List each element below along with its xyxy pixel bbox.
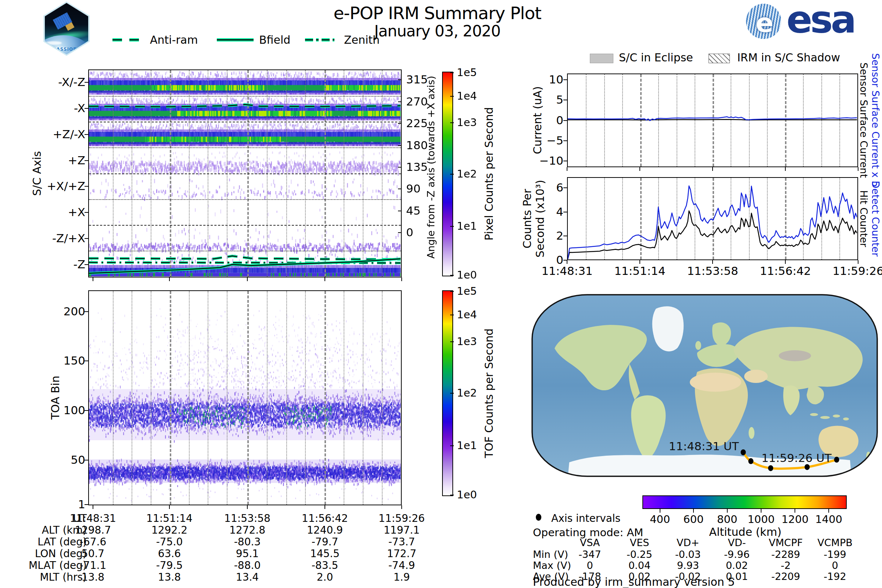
ephemeris-value: 50.7 [52, 548, 134, 560]
irm-shadow-swatch [708, 54, 730, 63]
anti-ram-line-core [112, 39, 144, 40]
minor-gridline [113, 291, 114, 505]
voltage-value: -2 [760, 560, 812, 571]
angle-tick-label: 45 [406, 205, 420, 216]
colorbar-tick [450, 495, 454, 495]
ephemeris-value: -80.3 [207, 537, 288, 548]
minor-gridline [227, 291, 228, 505]
colorbar-tick [450, 96, 454, 97]
colorbar-tick-label: 1e5 [457, 285, 477, 297]
anti-ram-line-swatch [112, 38, 144, 42]
voltage-column-header: VD+ [662, 537, 714, 548]
y-tick [84, 264, 88, 265]
colorbar-tick [450, 226, 454, 227]
minor-gridline [208, 291, 208, 505]
x-tick [712, 167, 713, 171]
y-tick [563, 80, 567, 80]
time-tick-label: 11:48:31 [526, 266, 608, 277]
axis-interval-dot [748, 458, 753, 464]
altitude-tick [660, 509, 660, 513]
colorbar-tick-label: 1e4 [457, 90, 477, 102]
ephemeris-value: 1272.8 [207, 525, 288, 536]
y-tick [563, 100, 567, 100]
x-tick [567, 260, 567, 264]
ephemeris-value: 145.5 [285, 548, 365, 560]
time-tick-label: 11:53:58 [672, 266, 753, 277]
esa-wordmark: esa [786, 0, 854, 42]
voltage-column-header: VES [614, 537, 665, 548]
minor-gridline [286, 291, 287, 505]
row-separator [89, 122, 401, 122]
ephemeris-value: 13.8 [129, 572, 210, 583]
colorbar-tick [450, 291, 454, 292]
voltage-value: -9.96 [711, 549, 763, 560]
colorbar-tick-label: 1e1 [457, 220, 477, 232]
y-tick-label: 5 [526, 94, 563, 105]
ephemeris-value: -75.0 [129, 537, 210, 548]
legend-anti-ram-label: Anti-ram [150, 34, 198, 46]
colorbar-tick-label: 1e0 [457, 489, 477, 501]
ephemeris-value: 1.9 [361, 572, 442, 583]
voltage-value: -199 [809, 549, 861, 560]
y-tick [398, 145, 402, 146]
colorbar-tick [450, 315, 454, 315]
counts-plot [567, 177, 858, 260]
ephemeris-value: 95.1 [207, 548, 288, 560]
voltage-column-header: VSA [564, 537, 616, 548]
y-tick [398, 123, 402, 124]
voltage-value: -192 [809, 571, 861, 582]
y-tick [84, 238, 88, 239]
tof-counts-colorbar-label: TOF Counts per Second [483, 328, 495, 458]
y-tick [84, 212, 88, 213]
colorbar-tick [450, 174, 454, 175]
esa-globe-e: e [756, 8, 774, 38]
row-separator [89, 250, 401, 251]
y-tick [398, 189, 402, 189]
minor-gridline [344, 291, 344, 505]
voltage-value: -347 [564, 549, 616, 560]
track-end-time-label: 11:59:26 UT [762, 451, 832, 465]
row-separator [89, 96, 401, 97]
x-tick [785, 260, 786, 264]
ephemeris-value: -73.7 [361, 537, 442, 548]
toa-tick-label: 1 [44, 499, 85, 510]
y-tick [84, 186, 88, 187]
ephemeris-value: 172.7 [361, 548, 442, 560]
axis-interval-dot [768, 465, 773, 471]
angle-tick-label: 270 [406, 96, 428, 107]
x-tick [401, 506, 402, 509]
epop-irm-summary-page: CASSIOPE e-POP IRM Summary Plot January … [0, 0, 882, 588]
y-tick [84, 108, 88, 109]
row-separator [89, 225, 401, 226]
voltage-value: -2289 [760, 549, 812, 560]
bfield-line-core [217, 39, 254, 40]
ephemeris-value: 2.0 [285, 572, 365, 583]
toa-tick-label: 50 [44, 454, 85, 466]
ephemeris-value: 1197.1 [361, 525, 442, 536]
angle-axis-label: Angle from -Z axis (towards +X axis) [425, 76, 436, 258]
voltage-value: -2209 [760, 571, 812, 582]
y-tick [84, 82, 88, 82]
angle-tick-label: 135 [406, 161, 428, 173]
axis-interval-dot [804, 464, 810, 470]
altitude-tick [761, 509, 762, 513]
x-tick [712, 260, 713, 264]
detect-counter-label: Detect Counter [870, 181, 881, 257]
y-tick [84, 460, 88, 460]
produced-by: Produced by irm_summary version 5 [533, 576, 735, 588]
time-tick-label: 11:59:26 [818, 266, 882, 277]
colorbar-tick [450, 393, 454, 394]
toa-spectrogram [88, 290, 402, 506]
y-tick-label: 0 [526, 115, 563, 126]
angle-tick-label: 315 [406, 74, 428, 85]
minor-gridline [363, 291, 363, 505]
x-tick [247, 506, 248, 509]
y-tick-label: 10 [526, 74, 563, 85]
colorbar-tick-label: 1e1 [457, 440, 477, 451]
x-tick [639, 260, 640, 264]
bfield-line-swatch [217, 38, 254, 42]
colorbar-tick [450, 275, 454, 276]
sc-axis-row-label: -Z [15, 259, 85, 270]
y-tick-label: 6 [526, 182, 563, 193]
major-gridline [248, 291, 249, 505]
